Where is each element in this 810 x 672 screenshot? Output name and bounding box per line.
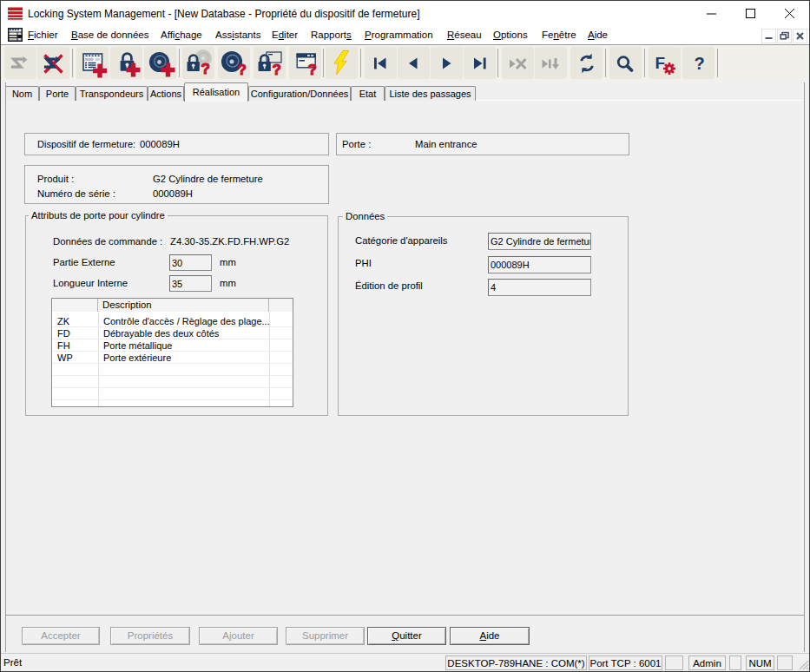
svg-text:?: ?	[237, 61, 246, 77]
svg-text:?: ?	[307, 61, 316, 77]
svg-text:?: ?	[201, 60, 209, 76]
svg-text:?: ?	[272, 61, 280, 77]
svg-text:?: ?	[694, 53, 704, 72]
